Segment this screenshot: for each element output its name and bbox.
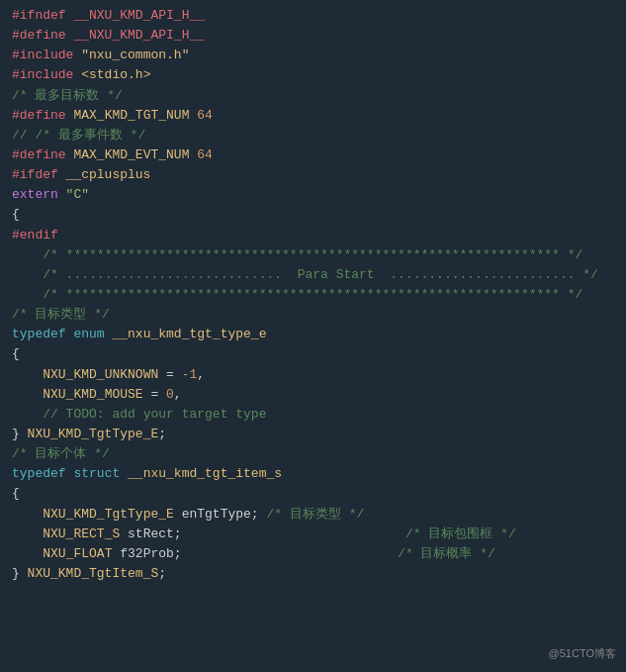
code-line: } NXU_KMD_TgtType_E; xyxy=(12,425,614,444)
code-line: extern "C" xyxy=(12,185,614,205)
code-token: /* *************************************… xyxy=(43,287,582,302)
code-line: // TODO: add your target type xyxy=(12,405,614,425)
code-token xyxy=(12,546,43,561)
code-token: 64 xyxy=(197,108,213,123)
code-token: , xyxy=(174,387,182,402)
code-token: #ifndef __NXU_KMD_API_H__ xyxy=(12,8,205,23)
code-token: 0 xyxy=(166,387,174,402)
code-token: } xyxy=(12,427,28,441)
code-token: } xyxy=(12,566,28,581)
code-token: typedef xyxy=(12,327,73,341)
code-token: typedef xyxy=(12,466,73,481)
code-token: // TODO: add your target type xyxy=(43,407,266,422)
code-token: enum xyxy=(73,327,112,341)
code-token: #define xyxy=(12,108,73,123)
code-token: enTgtType; xyxy=(182,507,267,522)
code-line: #ifndef __NXU_KMD_API_H__ xyxy=(12,6,614,26)
code-token: f32Prob; xyxy=(120,546,398,561)
code-line: /* *************************************… xyxy=(12,245,614,265)
code-line: } NXU_KMD_TgtItem_S; xyxy=(12,564,614,584)
code-token: "nxu_common.h" xyxy=(81,48,189,62)
code-token: /* 最多目标数 */ xyxy=(12,88,123,103)
code-token xyxy=(12,267,43,282)
code-token: <stdio.h> xyxy=(81,67,150,82)
code-token: #define xyxy=(12,147,73,162)
code-token: #define __NXU_KMD_API_H__ xyxy=(12,28,205,43)
code-token: /* 目标包围框 */ xyxy=(405,527,516,541)
code-token: /* 目标类型 */ xyxy=(266,507,364,522)
code-line: NXU_KMD_TgtType_E enTgtType; /* 目标类型 */ xyxy=(12,505,614,525)
code-token: /* *************************************… xyxy=(43,247,582,262)
code-token: NXU_RECT_S xyxy=(43,527,128,541)
code-token xyxy=(12,247,43,262)
watermark: @51CTO博客 xyxy=(549,645,616,662)
code-line: /* *************************************… xyxy=(12,285,614,305)
code-line: typedef enum __nxu_kmd_tgt_type_e xyxy=(12,325,614,344)
code-token: #endif xyxy=(12,228,58,242)
code-token: NXU_KMD_TgtType_E xyxy=(28,427,159,441)
code-token: ; xyxy=(158,566,166,581)
code-token: ; xyxy=(158,427,166,441)
code-line: NXU_FLOAT f32Prob; /* 目标概率 */ xyxy=(12,544,614,564)
code-token: { xyxy=(12,207,20,222)
code-line: { xyxy=(12,484,614,504)
code-token: = xyxy=(166,367,182,382)
code-line: /* 目标个体 */ xyxy=(12,444,614,464)
code-token: NXU_KMD_UNKNOWN xyxy=(43,367,166,382)
code-token: #ifdef xyxy=(12,167,66,182)
code-token: { xyxy=(12,486,20,501)
code-token: __nxu_kmd_tgt_item_s xyxy=(128,466,282,481)
code-line: #ifdef __cplusplus xyxy=(12,165,614,185)
code-line: { xyxy=(12,344,614,364)
code-token xyxy=(12,507,43,522)
code-line: #endif xyxy=(12,226,614,245)
code-token: -1 xyxy=(182,367,198,382)
code-token: #include xyxy=(12,67,81,82)
code-token: NXU_KMD_TgtItem_S xyxy=(28,566,159,581)
code-editor: #ifndef __NXU_KMD_API_H__#define __NXU_K… xyxy=(0,0,626,590)
code-line: NXU_KMD_UNKNOWN = -1, xyxy=(12,365,614,385)
code-line: #define MAX_KMD_TGT_NUM 64 xyxy=(12,106,614,126)
code-token: "C" xyxy=(66,187,89,202)
code-token: NXU_KMD_MOUSE xyxy=(43,387,150,402)
code-token: /* 目标概率 */ xyxy=(398,546,495,561)
code-token: #include xyxy=(12,48,81,62)
code-line: { xyxy=(12,205,614,225)
code-line: #include "nxu_common.h" xyxy=(12,46,614,65)
code-token: = xyxy=(150,387,166,402)
code-token: extern xyxy=(12,187,66,202)
code-token xyxy=(12,367,43,382)
code-token: /* ............................ Para Sta… xyxy=(43,267,598,282)
code-token xyxy=(12,407,43,422)
code-token: /* 目标个体 */ xyxy=(12,446,110,461)
code-token: /* 目标类型 */ xyxy=(12,307,110,322)
code-token xyxy=(12,287,43,302)
code-line: #define MAX_KMD_EVT_NUM 64 xyxy=(12,145,614,165)
code-token: 64 xyxy=(197,147,213,162)
code-line: typedef struct __nxu_kmd_tgt_item_s xyxy=(12,464,614,484)
code-token: NXU_KMD_TgtType_E xyxy=(43,507,181,522)
code-line: #define __NXU_KMD_API_H__ xyxy=(12,26,614,46)
code-token xyxy=(12,387,43,402)
code-line: /* ............................ Para Sta… xyxy=(12,265,614,285)
code-line: /* 目标类型 */ xyxy=(12,305,614,325)
code-token: , xyxy=(197,367,205,382)
code-line: NXU_RECT_S stRect; /* 目标包围框 */ xyxy=(12,525,614,544)
code-token: stRect; xyxy=(128,527,405,541)
code-token xyxy=(12,527,43,541)
code-line: /* 最多目标数 */ xyxy=(12,86,614,106)
code-token: MAX_KMD_TGT_NUM xyxy=(73,108,197,123)
code-line: NXU_KMD_MOUSE = 0, xyxy=(12,385,614,405)
code-token: __cplusplus xyxy=(66,167,151,182)
code-token: MAX_KMD_EVT_NUM xyxy=(73,147,197,162)
code-token: __nxu_kmd_tgt_type_e xyxy=(112,327,266,341)
code-token: struct xyxy=(73,466,128,481)
code-line: #include <stdio.h> xyxy=(12,65,614,85)
code-token: NXU_FLOAT xyxy=(43,546,120,561)
code-line: // /* 最多事件数 */ xyxy=(12,126,614,145)
code-token: { xyxy=(12,346,20,361)
code-token: // /* 最多事件数 */ xyxy=(12,128,145,143)
